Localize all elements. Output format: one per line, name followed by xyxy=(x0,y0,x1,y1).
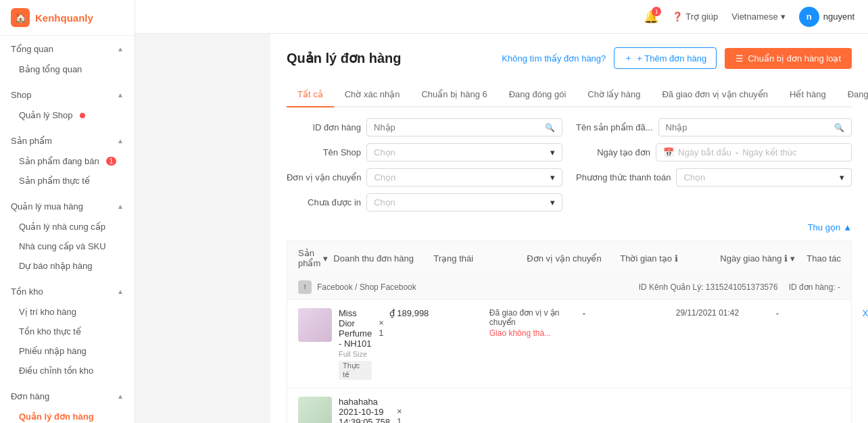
product-info: hahahaha 2021-10-19 14:39:05.758 Oct 25 … xyxy=(339,397,390,423)
sidebar-item-label: Dự báo nhập hàng xyxy=(19,261,93,271)
chevron-up-icon: ▲ xyxy=(117,137,124,145)
th-ngaygiaohhang: Ngày giao hàng ℹ ▾ xyxy=(720,253,801,264)
shop-select-text: Chọn xyxy=(374,147,395,157)
filter-input-id[interactable]: 🔍 xyxy=(366,118,562,136)
channel-icon: f xyxy=(298,280,312,294)
info-icon: ℹ xyxy=(675,253,678,264)
user-menu[interactable]: n nguyent xyxy=(799,7,854,27)
question-icon: ❓ xyxy=(672,11,683,22)
help-label: Trợ giúp xyxy=(685,11,718,22)
tab-label: Chờ xác nhận xyxy=(345,89,400,99)
tab-hethang[interactable]: Hết hàng xyxy=(779,82,837,107)
filter-select-shipping[interactable]: Chọn ▾ xyxy=(366,168,562,186)
filter-date-picker[interactable]: 📅 Ngày bắt đầu - Ngày kết thúc xyxy=(656,143,852,161)
add-order-label: + Thêm đơn hàng xyxy=(637,53,706,64)
filter-select-unprinted[interactable]: Chọn ▾ xyxy=(366,193,562,211)
sidebar-item-sanphamdangban[interactable]: Sản phẩm đang bán 1 xyxy=(0,151,135,171)
tab-danghuy[interactable]: Đang hủy xyxy=(837,82,868,107)
product-cell: Miss Dior Perfume - NH101 Full Size Thực… xyxy=(298,308,384,380)
sidebar-item-quanlydonhang[interactable]: Quản lý đơn hàng xyxy=(0,407,135,423)
sidebar-item-tonkhothucte[interactable]: Tồn kho thực tế xyxy=(0,322,135,341)
sidebar-item-label: Phiếu nhập hàng xyxy=(19,346,87,356)
action-cell[interactable]: Xem thêm xyxy=(863,308,868,318)
sidebar-item-label: Nhà cung cấp và SKU xyxy=(19,241,106,251)
th-label: Thời gian tạo xyxy=(620,253,672,264)
bulk-prepare-button[interactable]: ☰ Chuẩn bị đơn hàng loạt xyxy=(725,48,852,69)
sidebar-section-header-shop[interactable]: Shop ▲ xyxy=(0,84,135,105)
chevron-down-icon: ▾ xyxy=(550,147,555,157)
filter-label-date: Ngày tạo đơn xyxy=(576,147,650,157)
id-input[interactable] xyxy=(374,122,545,132)
sidebar-item-bangtongquan[interactable]: Bảng tổng quan xyxy=(0,59,135,79)
productname-input[interactable] xyxy=(666,122,834,132)
notification-bell[interactable]: 🔔 1 xyxy=(644,9,658,24)
tab-label: Hết hàng xyxy=(790,89,826,99)
filter-row-productname: Tên sản phẩm đã... 🔍 xyxy=(576,118,852,136)
sidebar-section-header-tonkho[interactable]: Tồn kho ▲ xyxy=(0,281,135,302)
filter-label-payment: Phương thức thanh toán xyxy=(576,172,671,182)
sort-icon[interactable]: ▾ xyxy=(323,253,328,264)
sidebar-item-label: Tồn kho thực tế xyxy=(19,326,81,337)
sidebar-item-vitrikhohang[interactable]: Vị trí kho hàng xyxy=(0,302,135,322)
sidebar-section-header-sanpham[interactable]: Sản phẩm ▲ xyxy=(0,130,135,151)
created-time-cell: 29/11/2021 01:42 xyxy=(676,308,771,318)
tab-choxacnhan[interactable]: Chờ xác nhận xyxy=(334,82,411,107)
collapse-row: Thu gọn ▲ xyxy=(287,222,852,232)
status-cell: Đã giao đơn vị v ận chuyển Giao không th… xyxy=(489,308,577,338)
tab-cholayhang[interactable]: Chờ lấy hàng xyxy=(577,82,651,107)
channel-meta: ID Kênh Quản Lý: 1315241051373576 ID đơn… xyxy=(639,282,840,292)
tab-dagiao[interactable]: Đã giao đơn vị vận chuyển xyxy=(651,82,779,107)
topnav: 🔔 1 ❓ Trợ giúp Vietnamese ▾ n nguyent xyxy=(135,0,868,34)
sidebar-section-header-tongguan[interactable]: Tổng quan ▲ xyxy=(0,39,135,59)
no-order-link[interactable]: Không tìm thấy đơn hàng? xyxy=(502,53,606,64)
sidebar-item-quanlynhacungcap[interactable]: Quản lý nhà cung cấp xyxy=(0,217,135,237)
filter-label-shipping: Đơn vị vận chuyển xyxy=(287,172,361,182)
chevron-up-icon: ▲ xyxy=(843,222,852,232)
sidebar-item-label: Sản phẩm đang bán xyxy=(19,156,99,166)
add-order-button[interactable]: ＋ + Thêm đơn hàng xyxy=(614,47,717,69)
logo[interactable]: 🏠 Kenhquanly xyxy=(0,0,135,36)
unprinted-select-text: Chọn xyxy=(374,197,395,207)
sort-icon[interactable]: ▾ xyxy=(790,253,795,264)
date-start-text: Ngày bắt đầu xyxy=(678,147,731,157)
filter-row-shop: Tên Shop Chọn ▾ xyxy=(287,143,562,161)
filter-select-payment[interactable]: Chọn ▾ xyxy=(676,168,852,186)
shipping-select-text: Chọn xyxy=(374,172,395,182)
sidebar-item-nhacungcapsku[interactable]: Nhà cung cấp và SKU xyxy=(0,237,135,256)
product-image xyxy=(298,397,332,423)
help-button[interactable]: ❓ Trợ giúp xyxy=(672,11,718,22)
sidebar-section-header-quanlymuahang[interactable]: Quản lý mua hàng ▲ xyxy=(0,196,135,217)
sidebar-section-tonkho: Tồn kho ▲ Vị trí kho hàng Tồn kho thực t… xyxy=(0,278,135,383)
collapse-label: Thu gọn xyxy=(808,222,840,232)
sidebar-item-sanphamthucte[interactable]: Sản phẩm thực tế xyxy=(0,171,135,191)
filter-select-shop[interactable]: Chọn ▾ xyxy=(366,143,562,161)
sidebar-item-phieunhaphang[interactable]: Phiếu nhập hàng xyxy=(0,341,135,361)
sidebar-item-dubaonhaphang[interactable]: Dự báo nhập hàng xyxy=(0,256,135,276)
chevron-up-icon: ▲ xyxy=(117,288,124,295)
filter-label-shop: Tên Shop xyxy=(287,147,361,157)
tab-dangdonggoi[interactable]: Đang đóng gói xyxy=(498,82,577,107)
sidebar: 🏠 Kenhquanly Tổng quan ▲ Bảng tổng quan … xyxy=(0,0,135,423)
sidebar-item-dieuchinhtónkho[interactable]: Điều chỉnh tồn kho xyxy=(0,361,135,380)
filter-label-unprinted: Chưa được in xyxy=(287,197,361,207)
filter-label-id: ID đơn hàng xyxy=(287,122,361,132)
th-sanpham: Sản phẩm ▾ xyxy=(298,248,328,268)
chevron-up-icon: ▲ xyxy=(117,203,124,210)
sidebar-item-quanlyshop[interactable]: Quản lý Shop xyxy=(0,105,135,125)
tab-tatca[interactable]: Tất cả xyxy=(287,82,334,107)
tab-label: Đang đóng gói xyxy=(509,89,566,99)
tab-label: Chờ lấy hàng xyxy=(587,89,640,99)
channel-id-label: ID Kênh Quản Lý: 1315241051373576 xyxy=(639,282,778,292)
status-fail-text: Giao không thà... xyxy=(489,328,577,338)
filter-input-productname[interactable]: 🔍 xyxy=(658,118,852,136)
language-selector[interactable]: Vietnamese ▾ xyxy=(731,11,785,22)
tab-label: Đã giao đơn vị vận chuyển xyxy=(662,89,768,99)
collapse-button[interactable]: Thu gọn ▲ xyxy=(808,222,852,232)
sidebar-section-label: Sản phẩm xyxy=(11,136,52,146)
filter-label-productname: Tên sản phẩm đã... xyxy=(576,122,653,132)
bulk-prepare-label: Chuẩn bị đơn hàng loạt xyxy=(748,53,841,64)
sidebar-section-label: Shop xyxy=(11,90,31,100)
sidebar-section-header-donhang[interactable]: Đơn hàng ▲ xyxy=(0,386,135,407)
status-text: Đã giao đơn vị v ận chuyển xyxy=(489,308,577,327)
tab-chuanbihang[interactable]: Chuẩn bị hàng 6 xyxy=(410,82,498,107)
